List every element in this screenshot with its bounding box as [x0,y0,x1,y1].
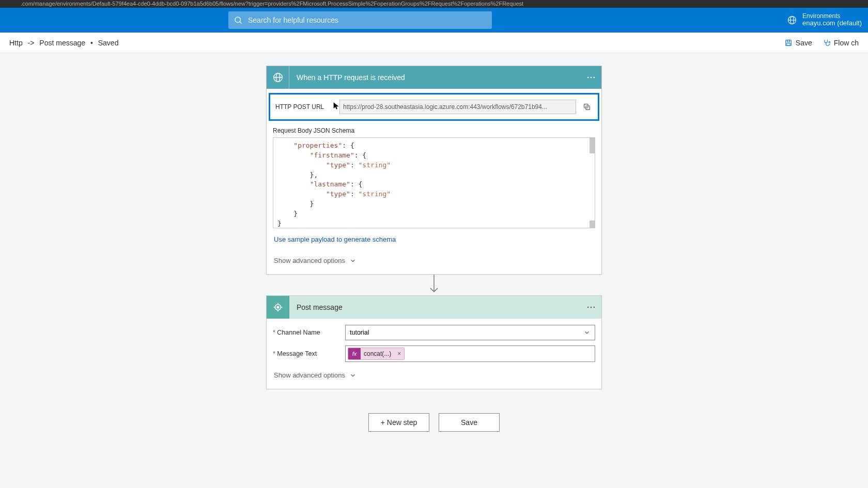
trigger-title: When a HTTP request is received [297,73,405,82]
save-label: Save [796,39,812,47]
copy-url-button[interactable] [580,100,594,114]
action-menu-button[interactable] [586,302,596,314]
advanced-options-label: Show advanced options [274,371,345,379]
svg-point-25 [591,307,592,308]
flow-arrow [429,275,439,295]
expression-token[interactable]: fx concat(...) × [348,348,405,360]
stethoscope-icon [823,39,831,47]
svg-point-0 [235,17,241,23]
scrollbar-thumb[interactable] [590,221,595,228]
trigger-advanced-options[interactable]: Show advanced options [267,243,363,264]
search-wrap [228,11,492,29]
message-text-input[interactable]: fx concat(...) × [345,345,595,362]
trigger-card-header[interactable]: When a HTTP request is received [267,66,601,89]
svg-point-26 [594,307,595,308]
environment-switcher[interactable]: Environments enayu.com (default) [787,13,862,27]
remove-token-button[interactable]: × [394,350,404,357]
svg-point-13 [591,77,592,78]
channel-name-label: Channel Name [273,329,345,336]
http-request-icon [267,66,289,89]
channel-name-select[interactable]: tutorial [345,325,595,340]
advanced-options-label: Show advanced options [274,257,345,264]
message-text-row: Message Text fx concat(...) × [267,341,601,363]
svg-point-8 [829,41,830,43]
svg-point-24 [587,307,589,308]
environment-name: enayu.com (default) [802,20,862,27]
http-post-url-input[interactable] [339,100,576,114]
svg-line-1 [240,22,241,23]
search-icon [234,15,243,25]
environment-icon [787,15,797,25]
chevron-down-icon [349,372,357,379]
action-card: Post message Channel Name tutorial Messa… [266,295,602,389]
breadcrumb-bar: Http -> Post message • Saved Save Flow c… [0,33,868,53]
new-step-button[interactable]: + New step [368,413,429,432]
trigger-menu-button[interactable] [586,72,596,85]
svg-point-14 [594,77,595,78]
copy-icon [583,103,591,111]
chevron-down-icon [349,257,357,264]
crumb-part: Post message [39,39,85,47]
channel-name-value: tutorial [350,329,369,336]
scrollbar-thumb[interactable] [590,138,595,153]
search-input[interactable] [228,11,492,29]
schema-label: Request Body JSON Schema [267,123,601,136]
flow-checker-action[interactable]: Flow ch [823,39,859,47]
action-title: Post message [297,303,343,311]
svg-rect-6 [787,40,789,41]
bottom-actions: + New step Save [368,413,500,432]
expression-text: concat(...) [361,350,394,357]
top-bar: Environments enayu.com (default) [0,8,868,33]
http-post-url-row: HTTP POST URL [269,93,599,121]
action-card-header[interactable]: Post message [267,296,601,319]
action-advanced-options[interactable]: Show advanced options [267,363,363,379]
message-text-label: Message Text [273,350,345,357]
svg-point-12 [587,77,589,78]
crumb-dot: • [90,39,93,47]
svg-rect-7 [787,43,791,45]
crumb-part: Http [9,39,23,47]
save-action[interactable]: Save [784,39,812,47]
teams-icon [267,296,289,319]
breadcrumb: Http -> Post message • Saved [9,39,118,47]
trigger-card: When a HTTP request is received HTTP POS… [266,66,602,275]
schema-editor[interactable]: "properties": { "firstname": { "type": "… [273,137,595,228]
use-sample-payload-link[interactable]: Use sample payload to generate schema [267,228,601,243]
save-icon [784,39,793,47]
cursor-icon [332,102,340,110]
svg-point-19 [277,306,279,308]
flow-checker-label: Flow ch [834,39,859,47]
channel-name-row: Channel Name tutorial [267,321,601,341]
http-post-url-label: HTTP POST URL [273,103,335,111]
save-button[interactable]: Save [439,413,500,432]
chevron-down-icon [583,329,591,336]
crumb-arrow: -> [28,39,35,47]
browser-address-remnant: .com/manage/environments/Default-579f4ea… [0,0,868,8]
fx-badge: fx [348,348,361,359]
crumb-status: Saved [98,39,119,47]
